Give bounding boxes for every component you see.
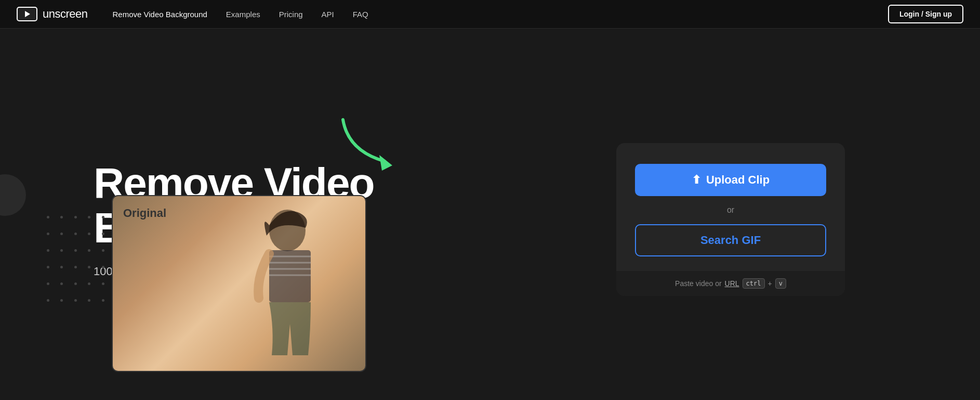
svg-rect-2 [269,250,311,302]
v-key: v [775,278,786,289]
hero-section: Remove Video Background 100% Automatical… [0,29,980,400]
nav-api[interactable]: API [322,10,334,19]
url-link[interactable]: URL [725,279,739,288]
nav-pricing[interactable]: Pricing [279,10,303,19]
logo-text: unscreen [43,7,88,21]
search-gif-button[interactable]: Search GIF [635,224,826,256]
dot-grid-decoration [47,216,109,309]
ctrl-key: ctrl [743,278,765,289]
paste-row: Paste video or URL ctrl + v [616,271,845,296]
plus-label: + [768,279,772,288]
upload-clip-button[interactable]: ⬆ Upload Clip [635,164,826,196]
original-label: Original [123,207,166,220]
navbar: unscreen Remove Video Background Example… [0,0,980,29]
person-silhouette [230,204,334,371]
login-button[interactable]: Login / Sign up [888,5,963,23]
arrow-decoration [333,109,405,177]
nav-links: Remove Video Background Examples Pricing… [113,10,888,19]
nav-faq[interactable]: FAQ [353,10,368,19]
video-preview: Original [112,195,366,372]
upload-icon: ⬆ [692,173,701,187]
upload-clip-label: Upload Clip [706,173,770,187]
paste-label: Paste video or [675,279,722,288]
logo-area[interactable]: unscreen [17,7,88,21]
logo-icon [17,7,37,21]
nav-remove-video-bg[interactable]: Remove Video Background [113,10,207,19]
upload-card: ⬆ Upload Clip or Search GIF Supported fo… [616,143,845,296]
or-text: or [727,205,734,215]
nav-examples[interactable]: Examples [226,10,260,19]
half-circle-decoration [0,174,26,216]
svg-marker-0 [379,155,392,171]
